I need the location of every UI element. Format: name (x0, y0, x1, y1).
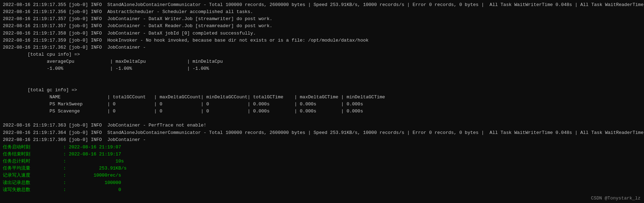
job-summary-item-5: 读出记录总数 : 100000 (3, 179, 641, 186)
log-line-blank-1 (3, 72, 641, 79)
job-summary-item-3: 任务平均流量 : 253.91KB/s (3, 165, 641, 172)
log-line-8: [total cpu info] => (3, 51, 641, 58)
log-line-10: -1.00% | -1.00% | -1.00% (3, 65, 641, 72)
log-line-16: PS Scavenge | 0 | 0 | 0 | 0.000s | 0.000… (3, 108, 641, 115)
log-line-9: averageCpu | maxDeltaCpu | minDeltaCpu (3, 58, 641, 65)
log-line-2: 2022-08-16 21:19:17.356 [job-0] INFO Abs… (3, 8, 641, 16)
log-line-20: 2022-08-16 21:19:17.366 [job-0] INFO Job… (3, 136, 641, 143)
job-summary-section: 任务启动时刻 : 2022-08-16 21:19:07任务结束时刻 : 202… (3, 144, 641, 193)
job-summary-item-1: 任务结束时刻 : 2022-08-16 21:19:17 (3, 151, 641, 158)
log-line-blank-3 (3, 115, 641, 122)
terminal-window: 2022-08-16 21:19:17.355 [job-0] INFO Sta… (0, 0, 644, 203)
job-summary-item-6: 读写失败总数 : 0 (3, 186, 641, 193)
log-line-19: 2022-08-16 21:19:17.364 [job-0] INFO Sta… (3, 129, 641, 136)
log-line-blank-2 (3, 80, 641, 87)
log-line-15: PS MarkSweep | 0 | 0 | 0 | 0.000s | 0.00… (3, 101, 641, 108)
log-line-5: 2022-08-16 21:19:17.358 [job-0] INFO Job… (3, 30, 641, 37)
job-summary-item-4: 记录写入速度 : 10000rec/s (3, 172, 641, 179)
log-line-14: NAME | totalGCCount | maxDeltaGCCount| m… (3, 94, 641, 101)
log-line-3: 2022-08-16 21:19:17.357 [job-0] INFO Job… (3, 16, 641, 23)
job-summary-item-2: 任务总计耗时 : 10s (3, 158, 641, 165)
watermark: CSDN @Tonystark_lz (591, 196, 640, 201)
log-line-4: 2022-08-16 21:19:17.357 [job-0] INFO Job… (3, 23, 641, 30)
log-line-7: 2022-08-16 21:19:17.362 [job-0] INFO Job… (3, 44, 641, 51)
log-line-13: [total gc info] => (3, 87, 641, 94)
log-line-18: 2022-08-16 21:19:17.363 [job-0] INFO Job… (3, 122, 641, 129)
log-line-1: 2022-08-16 21:19:17.355 [job-0] INFO Sta… (3, 1, 641, 8)
log-line-6: 2022-08-16 21:19:17.359 [job-0] INFO Hoo… (3, 37, 641, 44)
log-lines: 2022-08-16 21:19:17.355 [job-0] INFO Sta… (3, 1, 641, 143)
job-summary-item-0: 任务启动时刻 : 2022-08-16 21:19:07 (3, 144, 641, 151)
